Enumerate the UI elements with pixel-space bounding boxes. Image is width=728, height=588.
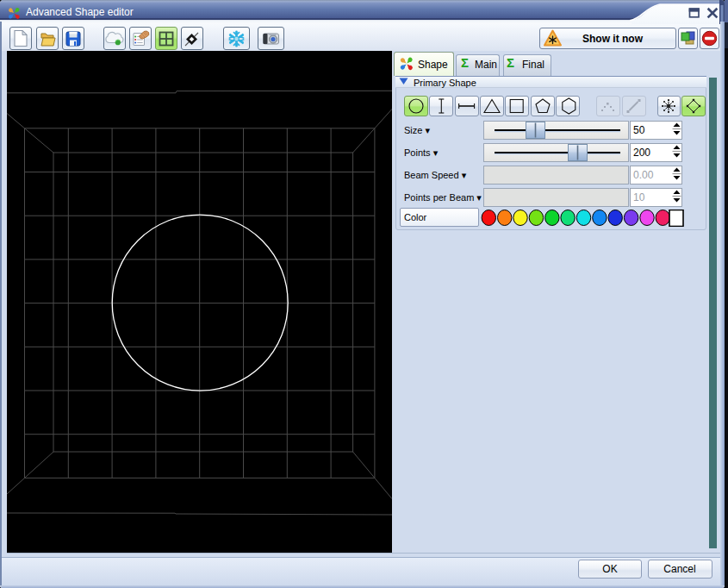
svg-text:Main: Main — [475, 59, 497, 71]
svg-text:Final: Final — [522, 59, 544, 71]
svg-text:Shape: Shape — [418, 59, 448, 71]
svg-text:Σ: Σ — [507, 55, 514, 70]
svg-text:Σ: Σ — [461, 55, 469, 70]
svg-text:Advanced Shape editor: Advanced Shape editor — [26, 6, 134, 18]
